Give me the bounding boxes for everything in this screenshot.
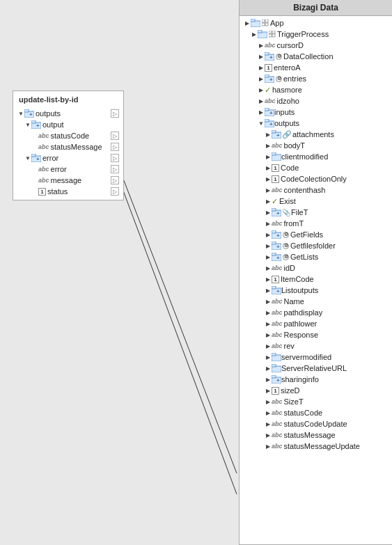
rp-arrow-id[interactable] (265, 264, 272, 271)
rp-row-exist[interactable]: ✓ Exist (240, 196, 392, 207)
rp-row-entries[interactable]: + ⚙ entries (240, 73, 392, 84)
rp-row-outputs-rp[interactable]: + outputs (240, 118, 392, 129)
lp-row-message[interactable]: abc message ▷ (16, 175, 120, 186)
rp-arrow-sizet[interactable] (265, 398, 272, 405)
lp-row-status[interactable]: 1 status ▷ (16, 186, 120, 197)
lp-row-statusmessage[interactable]: abc statusMessage ▷ (16, 141, 120, 152)
rp-arrow-getfiles[interactable] (265, 242, 272, 249)
rp-row-itemcode[interactable]: 1 ItemCode (240, 274, 392, 285)
rp-arrow-listoutputs[interactable] (265, 287, 272, 294)
rp-arrow-response[interactable] (265, 331, 272, 338)
rp-row-cursor[interactable]: abc cursorD (240, 40, 392, 51)
rp-row-idzoho[interactable]: abc idzoho (240, 95, 392, 106)
rp-arrow-pathlower[interactable] (265, 320, 272, 327)
lp-expand-error-folder[interactable]: ▷ (111, 154, 119, 162)
rp-arrow-sized[interactable] (265, 387, 272, 394)
right-panel[interactable]: Bizagi Data App TriggerProcess abc curso… (239, 0, 392, 545)
lp-row-statuscode[interactable]: abc statusCode ▷ (16, 130, 120, 141)
rp-arrow-pathdisplay[interactable] (265, 309, 272, 316)
rp-arrow-outputs-rp[interactable] (258, 120, 265, 127)
rp-arrow-exist[interactable] (265, 198, 272, 205)
rp-arrow-serverurl[interactable] (265, 365, 272, 372)
rp-row-statusmsg-rp[interactable]: abc statusMessage (240, 429, 392, 441)
arrow-error-folder[interactable] (24, 155, 31, 161)
rp-arrow-statusmsgup[interactable] (265, 443, 272, 450)
rp-arrow-hasmore[interactable] (258, 86, 265, 93)
rp-row-code[interactable]: 1 Code (240, 162, 392, 173)
rp-row-getfiles[interactable]: + ⚙ Getfilesfolder (240, 240, 392, 251)
rp-arrow-cursor[interactable] (258, 42, 265, 49)
rp-arrow-contenthash[interactable] (265, 187, 272, 193)
rp-arrow-entries[interactable] (258, 75, 265, 82)
rp-label-exist: Exist (279, 197, 296, 205)
rp-row-id[interactable]: abc idD (240, 262, 392, 274)
rp-arrow-clientmod[interactable] (265, 153, 272, 160)
rp-row-app[interactable]: App (240, 17, 392, 29)
lp-expand-outputs[interactable]: ▷ (111, 109, 119, 118)
lp-expand-status[interactable]: ▷ (111, 187, 119, 196)
rp-arrow-trigger[interactable] (251, 31, 258, 38)
rp-row-rev[interactable]: abc rev (240, 340, 392, 352)
rp-row-statuscode-rp[interactable]: abc statusCode (240, 407, 392, 418)
rp-row-pathlower[interactable]: abc pathlower (240, 318, 392, 329)
rp-row-inputs[interactable]: + inputs (240, 106, 392, 118)
rp-arrow-statuscodeup[interactable] (265, 420, 272, 427)
rp-row-datacoll[interactable]: + ⚙ DataCollection (240, 51, 392, 62)
rp-arrow-getfields[interactable] (265, 231, 272, 238)
lp-row-error-folder[interactable]: + error ▷ (16, 152, 120, 164)
rp-arrow-rev[interactable] (265, 342, 272, 349)
lp-expand-message[interactable]: ▷ (111, 176, 119, 184)
arrow-output[interactable] (24, 121, 31, 128)
lp-row-error-leaf[interactable]: abc error ▷ (16, 164, 120, 175)
rp-arrow-itemcode[interactable] (265, 276, 272, 283)
arrow-outputs[interactable] (17, 110, 24, 117)
rp-arrow-idzoho[interactable] (258, 97, 265, 104)
lp-row-output[interactable]: + output (16, 119, 120, 130)
lp-label-statusmessage: statusMessage (51, 143, 102, 151)
rp-row-statuscodeup[interactable]: abc statusCodeUpdate (240, 418, 392, 429)
rp-arrow-getlists[interactable] (265, 253, 272, 260)
rp-row-contenthash[interactable]: abc contenthash (240, 184, 392, 196)
rp-row-serverurl[interactable]: ServerRelativeURL (240, 363, 392, 374)
rp-arrow-fromt[interactable] (265, 220, 272, 227)
rp-arrow-name[interactable] (265, 298, 272, 305)
rp-row-codecoll[interactable]: 1 CodeColectionOnly (240, 173, 392, 184)
rp-arrow-code[interactable] (265, 164, 272, 171)
rp-arrow-filet[interactable] (265, 209, 272, 216)
rp-arrow-codecoll[interactable] (265, 175, 272, 182)
rp-row-bodyt[interactable]: abc bodyT (240, 140, 392, 151)
rp-row-sizet[interactable]: abc SizeT (240, 396, 392, 407)
rp-arrow-bodyt[interactable] (265, 142, 272, 149)
rp-row-response[interactable]: abc Response (240, 329, 392, 340)
rp-row-clientmod[interactable]: clientmodified (240, 151, 392, 162)
rp-label-code: Code (281, 164, 299, 172)
rp-arrow-statuscode-rp[interactable] (265, 409, 272, 416)
rp-row-sharing[interactable]: + sharinginfo (240, 374, 392, 385)
rp-row-sized[interactable]: 1 sizeD (240, 385, 392, 396)
rp-row-filet[interactable]: + 📎 FileT (240, 207, 392, 218)
rp-arrow-sharing[interactable] (265, 376, 272, 383)
rp-row-getfields[interactable]: + ⚙ GetFields (240, 229, 392, 240)
lp-expand-statuscode[interactable]: ▷ (111, 132, 119, 140)
rp-row-statusmsgup[interactable]: abc statusMessageUpdate (240, 441, 392, 452)
lp-expand-error-leaf[interactable]: ▷ (111, 165, 119, 173)
rp-arrow-servermod[interactable] (265, 354, 272, 361)
rp-row-name[interactable]: abc Name (240, 296, 392, 307)
rp-arrow-entera[interactable] (258, 64, 265, 71)
rp-row-pathdisplay[interactable]: abc pathdisplay (240, 307, 392, 318)
rp-row-attachments[interactable]: + 🔗 attachments (240, 129, 392, 140)
rp-row-getlists[interactable]: + ⚙ GetLists (240, 251, 392, 262)
rp-arrow-datacoll[interactable] (258, 53, 265, 60)
rp-arrow-attachments[interactable] (265, 131, 272, 138)
lp-row-outputs[interactable]: + outputs ▷ (16, 108, 120, 119)
rp-row-entera[interactable]: 1 enteroA (240, 62, 392, 73)
rp-arrow-app[interactable] (244, 19, 251, 26)
rp-row-trigger[interactable]: TriggerProcess (240, 29, 392, 40)
rp-row-hasmore[interactable]: ✓ hasmore (240, 84, 392, 95)
rp-row-listoutputs[interactable]: + Listoutputs (240, 285, 392, 296)
rp-row-fromt[interactable]: abc fromT (240, 218, 392, 229)
rp-row-servermod[interactable]: servermodified (240, 352, 392, 363)
rp-arrow-inputs[interactable] (258, 109, 265, 116)
lp-expand-statusmessage[interactable]: ▷ (111, 143, 119, 151)
rp-arrow-statusmsg-rp[interactable] (265, 432, 272, 439)
